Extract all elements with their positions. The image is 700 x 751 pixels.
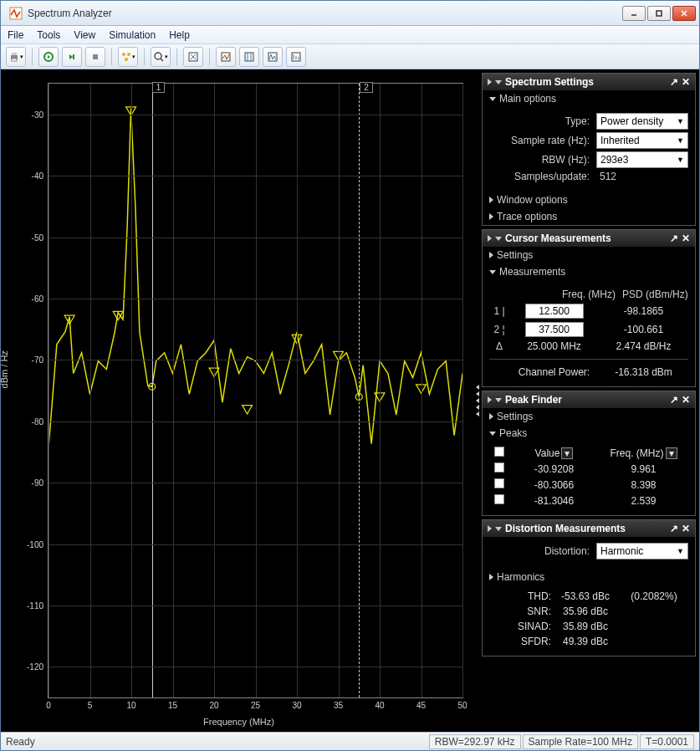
status-rbw: RBW=292.97 kHz: [429, 734, 521, 749]
peak-checkbox-1[interactable]: [494, 478, 504, 488]
side-panels: Spectrum Settings ↗ ✕ Main options Type:…: [482, 69, 699, 732]
samples-update-label: Samples/update:: [489, 171, 590, 182]
peak-row: -80.30668.398: [489, 477, 688, 493]
peak-checkbox-0[interactable]: [494, 462, 504, 473]
peak-checkbox-2[interactable]: [494, 494, 504, 504]
rbw-label: RBW (Hz):: [489, 154, 590, 166]
peak-finder-panel: Peak Finder ↗✕ Settings Peaks Value▾ Fre…: [482, 391, 696, 516]
status-sample-rate: Sample Rate=100 MHz: [523, 734, 638, 749]
distortion-button[interactable]: [286, 47, 306, 67]
type-label: Type:: [489, 115, 590, 127]
distortion-header[interactable]: Distortion Measurements ↗✕: [483, 520, 695, 537]
y-axis-label: dBm / Hz: [1, 350, 9, 388]
type-dropdown[interactable]: Power density▼: [596, 113, 688, 130]
close-button[interactable]: [672, 6, 696, 21]
peak-select-all-checkbox[interactable]: [494, 447, 504, 457]
main-area: dBm / Hz Frequency (MHz) 1 2 -30-40-50-6…: [1, 69, 699, 732]
run-button[interactable]: [38, 47, 59, 67]
minimize-button[interactable]: [622, 6, 646, 21]
panel-close-icon[interactable]: ✕: [682, 523, 690, 534]
distortion-type-dropdown[interactable]: Harmonic▼: [596, 543, 688, 559]
panel-title: Spectrum Settings: [505, 76, 594, 88]
svg-rect-2: [657, 11, 662, 16]
cursor-1-label: 1: [152, 82, 166, 93]
menu-icon: [488, 79, 492, 85]
menubar: File Tools View Simulation Help: [1, 26, 699, 44]
svg-marker-8: [69, 54, 73, 59]
svg-marker-7: [48, 55, 50, 59]
step-button[interactable]: [62, 47, 82, 67]
peak-row: -81.30462.539: [489, 493, 688, 508]
peak-row: -30.92089.961: [489, 461, 688, 477]
svg-rect-4: [12, 53, 17, 55]
peak-finder-header[interactable]: Peak Finder ↗✕: [483, 391, 695, 408]
cursor-measurements-panel: Cursor Measurements ↗✕ Settings Measurem…: [482, 229, 696, 387]
maximize-button[interactable]: [647, 6, 671, 21]
channel-power-value: -16.318 dBm: [599, 366, 688, 378]
menu-simulation[interactable]: Simulation: [109, 29, 156, 41]
plot-area[interactable]: dBm / Hz Frequency (MHz) 1 2 -30-40-50-6…: [1, 69, 473, 732]
window-title: Spectrum Analyzer: [28, 8, 622, 19]
peak-button[interactable]: [263, 47, 283, 67]
cursor-measurements-toggle[interactable]: Measurements: [483, 263, 695, 280]
cursor-2-psd: -100.661: [599, 324, 688, 335]
statusbar: Ready RBW=292.97 kHz Sample Rate=100 MHz…: [1, 732, 699, 750]
window-options-toggle[interactable]: Window options: [483, 192, 695, 208]
plot-box[interactable]: 1 2 -30-40-50-60-70-80-90-100-110-120051…: [48, 83, 463, 698]
print-button[interactable]: ▾: [6, 47, 26, 67]
svg-point-11: [122, 53, 125, 56]
trace-options-button[interactable]: [216, 47, 236, 67]
cursor-2-freq-input[interactable]: 37.500: [525, 322, 584, 337]
cursor-1-freq-input[interactable]: 12.500: [525, 304, 584, 319]
svg-point-14: [155, 53, 161, 59]
status-time: T=0.0001: [640, 734, 694, 749]
highlight-button[interactable]: ▾: [118, 47, 138, 67]
panel-close-icon[interactable]: ✕: [682, 76, 690, 88]
stop-button[interactable]: [85, 47, 105, 67]
cursor-1-psd: -98.1865: [599, 305, 688, 317]
sample-rate-label: Sample rate (Hz):: [489, 135, 590, 146]
cursor-settings-toggle[interactable]: Settings: [483, 247, 695, 263]
autoscale-button[interactable]: [183, 47, 203, 67]
channel-power-label: Channel Power:: [509, 366, 599, 378]
cursor-button[interactable]: [239, 47, 259, 67]
menu-help[interactable]: Help: [169, 29, 190, 41]
svg-rect-18: [245, 53, 253, 61]
status-ready: Ready: [6, 736, 35, 748]
spectrum-settings-panel: Spectrum Settings ↗ ✕ Main options Type:…: [482, 73, 696, 226]
toolbar: ▾ ▾ ▾: [1, 44, 699, 69]
cursor-row-1: 1 |12.500-98.1865: [489, 302, 688, 320]
menu-file[interactable]: File: [8, 29, 23, 41]
cursor-measurements-header[interactable]: Cursor Measurements ↗✕: [483, 230, 695, 247]
svg-point-12: [127, 53, 130, 56]
undock-icon[interactable]: ↗: [670, 394, 678, 406]
sort-value-button[interactable]: ▾: [561, 447, 573, 459]
zoom-button[interactable]: ▾: [151, 47, 171, 67]
menu-tools[interactable]: Tools: [37, 29, 60, 41]
app-icon: [9, 7, 23, 20]
menu-view[interactable]: View: [74, 29, 95, 41]
distortion-panel: Distortion Measurements ↗✕ Distortion:Ha…: [482, 519, 696, 656]
harmonics-toggle[interactable]: Harmonics: [483, 569, 695, 585]
rbw-dropdown[interactable]: 293e3▼: [596, 151, 688, 168]
cursor-row-delta: Δ25.000 MHz2.474 dB/Hz: [489, 339, 688, 354]
undock-icon[interactable]: ↗: [670, 523, 678, 534]
cursor-2-label: 2: [360, 82, 373, 93]
svg-marker-30: [243, 406, 253, 414]
peak-settings-toggle[interactable]: Settings: [483, 408, 695, 425]
splitter[interactable]: [473, 69, 482, 732]
samples-update-value: 512: [596, 171, 688, 182]
undock-icon[interactable]: ↗: [670, 232, 678, 244]
svg-point-13: [125, 58, 128, 61]
panel-close-icon[interactable]: ✕: [682, 394, 690, 406]
spectrum-settings-header[interactable]: Spectrum Settings ↗ ✕: [483, 74, 695, 90]
sort-freq-button[interactable]: ▾: [666, 447, 677, 459]
sample-rate-dropdown[interactable]: Inherited▼: [596, 132, 688, 149]
undock-icon[interactable]: ↗: [670, 76, 678, 88]
trace-options-toggle[interactable]: Trace options: [483, 208, 695, 225]
peaks-toggle[interactable]: Peaks: [483, 425, 695, 442]
panel-close-icon[interactable]: ✕: [682, 232, 690, 244]
main-options-toggle[interactable]: Main options: [483, 90, 695, 107]
svg-line-15: [161, 59, 163, 61]
titlebar: Spectrum Analyzer: [1, 1, 699, 26]
